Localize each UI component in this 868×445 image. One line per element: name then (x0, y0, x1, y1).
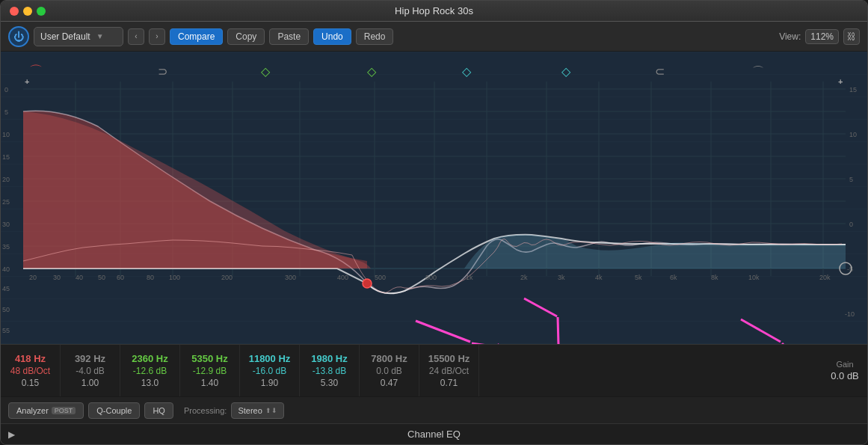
close-button[interactable] (10, 7, 19, 16)
eq-display[interactable]: 20 30 40 50 60 80 100 200 300 400 500 80… (1, 52, 867, 344)
svg-text:300: 300 (285, 274, 296, 281)
band-4-info[interactable]: 5350 Hz -12.9 dB 1.40 (180, 345, 240, 396)
traffic-lights (10, 7, 46, 16)
band-5-q: 1.90 (261, 378, 278, 388)
toolbar: ⏻ User Default ▼ ‹ › Compare Copy Paste … (1, 22, 867, 52)
band-6-q: 5.30 (321, 378, 338, 388)
svg-text:8k: 8k (711, 274, 718, 281)
band-5-db: -16.0 dB (253, 366, 286, 376)
svg-text:◇: ◇ (561, 65, 571, 78)
svg-text:400: 400 (337, 274, 348, 281)
band-2-freq: 392 Hz (75, 353, 105, 364)
svg-text:+: + (838, 77, 843, 86)
band-3-info[interactable]: 2360 Hz -12.6 dB 13.0 (120, 345, 180, 396)
band-3-q: 13.0 (141, 378, 158, 388)
band-4-freq: 5350 Hz (191, 353, 227, 364)
svg-text:◇: ◇ (462, 65, 472, 78)
band-7-info[interactable]: 7800 Hz 0.0 dB 0.47 (360, 345, 419, 396)
band-4-q: 1.40 (201, 378, 218, 388)
band-7-freq: 7800 Hz (371, 353, 407, 364)
band-info-row: 418 Hz 48 dB/Oct 0.15 392 Hz -4.0 dB 1.0… (1, 344, 867, 396)
window-title: Hip Hop Rock 30s (395, 5, 473, 16)
band-8-q: 0.71 (440, 378, 458, 388)
preset-label: User Default (40, 31, 90, 42)
band-6-freq: 1980 Hz (311, 353, 347, 364)
band-7-db: 0.0 dB (376, 366, 402, 376)
play-button[interactable]: ▶ (8, 429, 15, 440)
gain-value: 0.0 dB (831, 370, 859, 381)
maximize-button[interactable] (37, 7, 46, 16)
svg-text:45: 45 (2, 285, 10, 292)
q-couple-button[interactable]: Q-Couple (88, 402, 140, 419)
svg-text:50: 50 (98, 274, 105, 281)
minimize-button[interactable] (23, 7, 32, 16)
band-1-db: 48 dB/Oct (10, 366, 50, 376)
svg-text:30: 30 (2, 221, 10, 228)
band-2-q: 1.00 (81, 378, 99, 388)
analyzer-button[interactable]: Analyzer POST (8, 402, 84, 419)
gain-label: Gain (836, 360, 853, 369)
band-1-q: 0.15 (22, 378, 39, 388)
title-bar: Hip Hop Rock 30s (1, 1, 867, 22)
band-3-db: -12.6 dB (133, 366, 167, 376)
svg-text:◇: ◇ (261, 65, 271, 78)
svg-text:10: 10 (849, 131, 857, 138)
processing-value: Stereo (238, 406, 262, 415)
svg-text:3k: 3k (558, 274, 565, 281)
dropdown-arrow-icon: ▼ (96, 32, 104, 40)
band-6-info[interactable]: 1980 Hz -13.8 dB 5.30 (300, 345, 360, 396)
svg-text:50: 50 (2, 306, 10, 313)
band-8-info[interactable]: 15500 Hz 24 dB/Oct 0.71 (419, 345, 479, 396)
svg-text:40: 40 (76, 274, 83, 281)
svg-text:20: 20 (29, 274, 37, 281)
footer: ▶ Channel EQ (1, 423, 867, 444)
band-4-db: -12.9 dB (193, 366, 227, 376)
copy-button[interactable]: Copy (227, 28, 265, 45)
processing-arrow-icon: ⬆⬇ (265, 407, 277, 414)
svg-text:25: 25 (2, 198, 10, 206)
svg-line-86 (558, 317, 558, 344)
svg-text:5k: 5k (635, 274, 642, 281)
compare-button[interactable]: Compare (170, 28, 223, 45)
undo-button[interactable]: Undo (313, 28, 351, 45)
svg-text:10k: 10k (748, 274, 760, 281)
svg-text:80: 80 (147, 274, 154, 281)
nav-forward-button[interactable]: › (149, 28, 165, 45)
power-button[interactable]: ⏻ (8, 26, 29, 47)
svg-text:⊂: ⊂ (655, 65, 665, 78)
analyzer-badge: POST (52, 407, 76, 414)
svg-text:6k: 6k (670, 274, 677, 281)
svg-text:60: 60 (117, 274, 124, 281)
redo-button[interactable]: Redo (356, 28, 394, 45)
svg-text:0: 0 (849, 221, 853, 228)
band-8-freq: 15500 Hz (428, 353, 470, 364)
svg-text:20: 20 (2, 176, 10, 183)
band-1-info[interactable]: 418 Hz 48 dB/Oct 0.15 (1, 345, 61, 396)
svg-text:⌒: ⌒ (752, 65, 764, 78)
band-2-info[interactable]: 392 Hz -4.0 dB 1.00 (61, 345, 120, 396)
band-8-db: 24 dB/Oct (429, 366, 469, 376)
svg-text:55: 55 (2, 327, 10, 334)
view-percent[interactable]: 112% (805, 29, 839, 44)
paste-button[interactable]: Paste (269, 28, 309, 45)
processing-label: Processing: (184, 406, 227, 415)
nav-back-button[interactable]: ‹ (128, 28, 144, 45)
gain-col: Gain 0.0 dB (822, 345, 867, 396)
svg-text:800: 800 (425, 274, 437, 281)
preset-dropdown[interactable]: User Default ▼ (34, 27, 123, 46)
svg-text:◇: ◇ (367, 65, 377, 78)
link-icon[interactable]: ⛓ (843, 28, 860, 45)
hq-button[interactable]: HQ (144, 402, 173, 419)
footer-title: Channel EQ (407, 429, 461, 440)
band-6-db: -13.8 dB (313, 366, 346, 376)
svg-text:500: 500 (375, 274, 386, 281)
band-2-db: -4.0 dB (76, 366, 105, 376)
band-7-q: 0.47 (381, 378, 398, 388)
svg-text:15: 15 (2, 153, 10, 161)
svg-text:35: 35 (2, 243, 10, 251)
svg-text:2k: 2k (520, 274, 528, 281)
svg-text:30: 30 (53, 274, 61, 281)
processing-dropdown[interactable]: Stereo ⬆⬇ (231, 402, 283, 419)
band-5-info[interactable]: 11800 Hz -16.0 dB 1.90 (240, 345, 300, 396)
svg-text:5: 5 (849, 176, 853, 183)
